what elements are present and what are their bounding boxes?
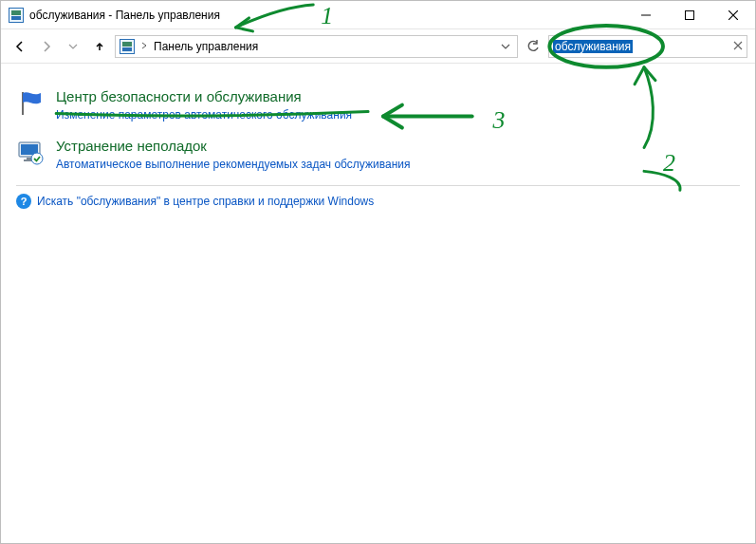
address-toolbar: Панель управления обслуживания bbox=[1, 29, 755, 64]
result-title[interactable]: Устранение неполадок bbox=[56, 138, 740, 155]
svg-rect-3 bbox=[686, 10, 694, 19]
window-title: обслуживания - Панель управления bbox=[29, 9, 220, 22]
control-panel-icon bbox=[120, 39, 135, 54]
chevron-right-icon bbox=[138, 41, 150, 51]
result-item[interactable]: Центр безопасности и обслуживания Измене… bbox=[16, 83, 740, 132]
breadcrumb-root[interactable]: Панель управления bbox=[154, 40, 258, 53]
help-text: Искать "обслуживания" в центре справки и… bbox=[37, 195, 374, 208]
svg-point-11 bbox=[31, 153, 43, 164]
maximize-button[interactable] bbox=[668, 1, 711, 29]
divider bbox=[16, 185, 740, 186]
search-value: обслуживания bbox=[553, 40, 633, 53]
monitor-icon bbox=[16, 138, 46, 168]
nav-up-button[interactable] bbox=[88, 35, 111, 58]
search-box[interactable]: обслуживания bbox=[548, 35, 747, 58]
result-text: Устранение неполадок Автоматическое выпо… bbox=[56, 138, 740, 172]
svg-rect-2 bbox=[11, 16, 21, 20]
control-panel-icon bbox=[9, 8, 24, 23]
result-title[interactable]: Центр безопасности и обслуживания bbox=[56, 88, 740, 105]
result-subtitle[interactable]: Изменение параметров автоматического обс… bbox=[56, 107, 740, 122]
content-area: Центр безопасности и обслуживания Измене… bbox=[1, 64, 755, 218]
result-text: Центр безопасности и обслуживания Измене… bbox=[56, 88, 740, 122]
nav-recent-button[interactable] bbox=[62, 35, 84, 58]
flag-icon bbox=[16, 88, 46, 119]
refresh-button[interactable] bbox=[522, 35, 544, 58]
nav-forward-button[interactable] bbox=[35, 35, 58, 58]
svg-rect-1 bbox=[11, 10, 21, 15]
close-button[interactable] bbox=[711, 1, 755, 29]
help-icon: ? bbox=[16, 194, 31, 209]
result-item[interactable]: Устранение неполадок Автоматическое выпо… bbox=[16, 132, 740, 181]
nav-back-button[interactable] bbox=[9, 35, 31, 58]
help-search-link[interactable]: ? Искать "обслуживания" в центре справки… bbox=[16, 192, 740, 211]
result-subtitle[interactable]: Автоматическое выполнение рекомендуемых … bbox=[56, 157, 740, 172]
titlebar: обслуживания - Панель управления bbox=[1, 1, 755, 29]
address-dropdown-button[interactable] bbox=[498, 42, 513, 51]
minimize-button[interactable] bbox=[624, 1, 668, 29]
svg-rect-6 bbox=[122, 47, 132, 51]
address-bar[interactable]: Панель управления bbox=[115, 35, 518, 58]
svg-rect-5 bbox=[122, 42, 132, 47]
search-clear-button[interactable] bbox=[733, 40, 743, 53]
